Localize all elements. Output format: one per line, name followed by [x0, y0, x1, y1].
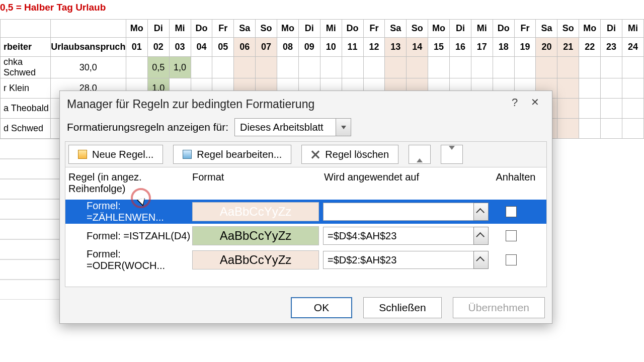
applies-to-input[interactable]: =$D$2:$AH$23	[323, 203, 474, 221]
move-down-button[interactable]	[441, 145, 463, 164]
close-icon[interactable]: ✕	[525, 96, 545, 112]
delete-rule-icon	[311, 150, 320, 159]
help-icon[interactable]: ?	[505, 96, 525, 112]
rule-row[interactable]: Formel: =ODER(WOCH... AaBbCcYyZz =$D$2:$…	[65, 248, 546, 272]
delete-rule-button[interactable]: Regel löschen	[301, 145, 398, 164]
stop-checkbox[interactable]	[506, 230, 517, 241]
range-picker-icon[interactable]	[473, 203, 489, 221]
applies-to-input[interactable]: =$D$2:$AH$23	[323, 251, 474, 269]
format-preview: AaBbCcYyZz	[192, 250, 319, 269]
show-for-label: Formatierungsregeln anzeigen für:	[67, 121, 228, 133]
col-applies-header: Wird angewendet auf	[324, 171, 493, 195]
rule-formula: Formel: =ODER(WOCH...	[68, 248, 192, 272]
move-up-button[interactable]	[409, 145, 431, 164]
dialog-title: Manager für Regeln zur bedingten Formati…	[67, 98, 505, 111]
col-stop-header: Anhalten	[493, 171, 538, 195]
stop-checkbox[interactable]	[506, 254, 517, 265]
stop-checkbox[interactable]	[506, 206, 517, 217]
show-for-select[interactable]: Dieses Arbeitsblatt	[234, 118, 351, 136]
chevron-down-icon	[336, 119, 351, 136]
col-format-header: Format	[192, 171, 324, 195]
apply-button[interactable]: Übernehmen	[453, 297, 545, 318]
new-rule-button[interactable]: Neue Regel...	[68, 145, 163, 164]
rule-formula: Formel: =ZÄHLENWEN...	[68, 200, 192, 223]
edit-rule-icon	[183, 150, 192, 159]
edit-rule-button[interactable]: Regel bearbeiten...	[173, 145, 291, 164]
format-preview: AaBbCcYyZz	[192, 226, 319, 245]
legend-text: 0,5 = Halber Tag Urlaub	[0, 0, 644, 19]
rule-row[interactable]: Formel: =ZÄHLENWEN... AaBbCcYyZz =$D$2:$…	[65, 200, 546, 224]
range-picker-icon[interactable]	[473, 227, 489, 245]
show-for-value: Dieses Arbeitsblatt	[240, 122, 324, 133]
rule-row[interactable]: Formel: =ISTZAHL(D4) AaBbCcYyZz =$D$4:$A…	[65, 224, 546, 248]
new-rule-icon	[78, 150, 87, 159]
close-button[interactable]: Schließen	[363, 297, 441, 318]
cf-rules-manager-dialog: Manager für Regeln zur bedingten Formati…	[59, 90, 552, 324]
rule-formula: Formel: =ISTZAHL(D4)	[68, 230, 192, 242]
col-rule-header: Regel (in angez. Reihenfolge)	[68, 171, 192, 195]
rules-toolbar: Neue Regel... Regel bearbeiten... Regel …	[65, 141, 547, 167]
ok-button[interactable]: OK	[291, 297, 352, 318]
applies-to-input[interactable]: =$D$4:$AH$23	[323, 227, 474, 245]
format-preview: AaBbCcYyZz	[192, 202, 319, 221]
range-picker-icon[interactable]	[473, 251, 489, 269]
rules-list: Regel (in angez. Reihenfolge) Format Wir…	[65, 167, 547, 287]
